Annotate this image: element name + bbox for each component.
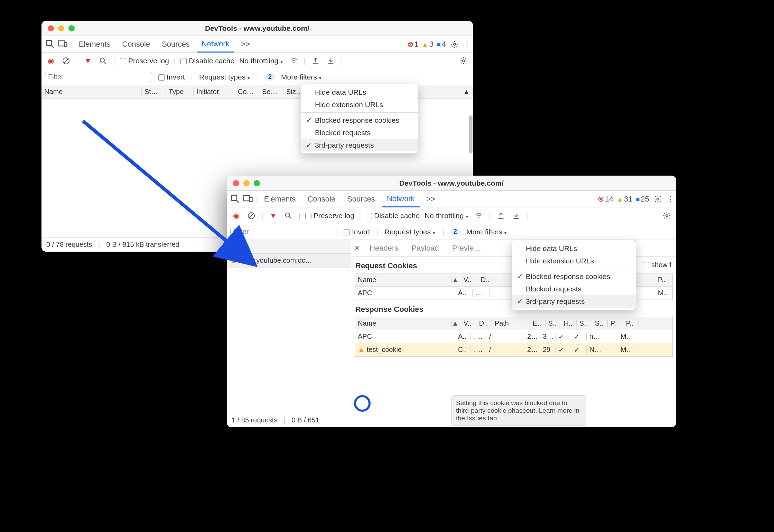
tab-sources[interactable]: Sources	[157, 36, 195, 52]
tab-network[interactable]: Network	[197, 36, 234, 53]
window-title: DevTools - www.youtube.com/	[399, 179, 504, 187]
upload-icon[interactable]	[310, 56, 321, 66]
col-s3[interactable]: S..	[592, 319, 608, 327]
maximize-icon[interactable]	[68, 25, 75, 31]
overflow-button[interactable]: >>	[236, 36, 255, 52]
col-name[interactable]: Name	[355, 276, 452, 284]
issue-badges: 14 31 25 ⋮	[598, 194, 673, 204]
upload-icon[interactable]	[496, 211, 506, 221]
tab-console[interactable]: Console	[302, 191, 340, 207]
menu-hide-data[interactable]: Hide data URLs	[301, 86, 418, 99]
menu-hide-data[interactable]: Hide data URLs	[512, 242, 636, 255]
invert-checkbox[interactable]: Invert	[344, 228, 370, 236]
filter-input[interactable]	[45, 72, 152, 82]
more-filters-dropdown[interactable]: More filters	[466, 228, 507, 236]
error-badge[interactable]: 14	[598, 195, 613, 204]
preserve-log-checkbox[interactable]: Preserve log	[305, 212, 354, 220]
inspect-icon[interactable]	[45, 39, 55, 49]
gear-icon[interactable]	[653, 194, 663, 204]
filter-bar: Invert | Request types | 2 More filters	[227, 224, 676, 240]
throttling-dropdown[interactable]: No throttling	[425, 212, 469, 220]
request-types-dropdown[interactable]: Request types	[384, 228, 436, 236]
download-icon[interactable]	[326, 56, 336, 66]
col-p2[interactable]: P..	[623, 319, 639, 327]
invert-checkbox[interactable]: Invert	[158, 73, 185, 81]
kebab-icon[interactable]: ⋮	[463, 40, 469, 49]
error-badge[interactable]: 1	[407, 40, 419, 49]
col-s2[interactable]: S..	[577, 319, 592, 327]
col-d[interactable]: D..	[478, 276, 495, 284]
clear-icon[interactable]	[61, 56, 71, 66]
minimize-icon[interactable]	[58, 25, 64, 31]
col-name[interactable]: Name	[355, 319, 452, 327]
preserve-log-checkbox[interactable]: Preserve log	[120, 57, 169, 65]
svg-point-10	[657, 198, 659, 200]
menu-separator	[512, 269, 636, 269]
disable-cache-checkbox[interactable]: Disable cache	[180, 57, 234, 65]
col-v[interactable]: V..	[461, 319, 476, 327]
request-cookies-title: Request Cookies	[351, 256, 421, 273]
menu-blocked-resp[interactable]: Blocked response cookies	[512, 270, 636, 283]
col-type[interactable]: Type	[166, 88, 194, 96]
info-badge[interactable]: 4	[437, 40, 446, 49]
gear-icon[interactable]	[449, 39, 460, 49]
gear-icon[interactable]	[662, 211, 672, 221]
tab-elements[interactable]: Elements	[74, 36, 115, 52]
col-d[interactable]: D..	[476, 319, 492, 327]
menu-blocked-req[interactable]: Blocked requests	[301, 127, 418, 139]
tab-console[interactable]: Console	[117, 36, 155, 52]
download-icon[interactable]	[511, 211, 521, 221]
more-filters-dropdown[interactable]: More filters	[281, 73, 322, 81]
filter-icon[interactable]: ▼	[83, 56, 93, 66]
col-p[interactable]: P..	[655, 276, 672, 284]
transfer-size: 0 B / 651	[292, 416, 319, 424]
network-conditions-icon[interactable]	[474, 211, 484, 221]
annotation-arrow-icon	[76, 114, 270, 277]
col-name[interactable]: Name	[41, 88, 142, 96]
filter-count-badge: 2	[265, 73, 275, 81]
col-e[interactable]: E..	[530, 319, 545, 327]
col-h[interactable]: H..	[561, 319, 577, 327]
kebab-icon[interactable]: ⋮	[666, 195, 673, 204]
search-icon[interactable]	[98, 56, 108, 66]
table-row[interactable]: APC A.. …. / 2… 3… ✓ ✓ n… M..	[355, 330, 672, 343]
scrollbar[interactable]	[469, 115, 473, 153]
device-toggle-icon[interactable]	[57, 39, 68, 49]
menu-third-party[interactable]: 3rd-party requests	[301, 139, 418, 151]
menu-third-party[interactable]: 3rd-party requests	[512, 295, 636, 308]
col-initiator[interactable]: Initiator	[194, 88, 235, 96]
svg-line-14	[83, 121, 252, 263]
col-p[interactable]: P..	[608, 319, 623, 327]
col-se[interactable]: Se…	[259, 88, 283, 96]
disable-cache-checkbox[interactable]: Disable cache	[366, 212, 420, 220]
close-icon[interactable]	[48, 25, 54, 31]
warn-badge[interactable]: 3	[422, 40, 433, 49]
warn-badge[interactable]: 31	[617, 195, 632, 204]
menu-blocked-resp[interactable]: Blocked response cookies	[301, 114, 418, 127]
col-path[interactable]: Path	[492, 319, 530, 327]
overflow-button[interactable]: >>	[422, 191, 440, 207]
throttling-dropdown[interactable]: No throttling	[239, 57, 283, 65]
close-detail-icon[interactable]: ×	[355, 243, 360, 253]
col-v[interactable]: V..	[461, 276, 478, 284]
network-conditions-icon[interactable]	[289, 56, 299, 66]
tab-payload[interactable]: Payload	[408, 244, 442, 253]
info-badge[interactable]: 25	[636, 195, 649, 204]
menu-hide-ext[interactable]: Hide extension URLs	[512, 255, 636, 267]
search-icon[interactable]	[283, 211, 293, 221]
record-icon[interactable]: ◉	[46, 56, 56, 66]
menu-blocked-req[interactable]: Blocked requests	[512, 283, 636, 295]
request-types-dropdown[interactable]: Request types	[199, 73, 251, 81]
svg-rect-0	[46, 40, 52, 45]
col-status[interactable]: St…	[142, 88, 166, 96]
table-row-blocked[interactable]: ▲ test_cookie C.. …. / 2… 29 ✓ ✓ N… M..	[355, 343, 672, 356]
tab-sources[interactable]: Sources	[342, 191, 380, 207]
tab-network[interactable]: Network	[382, 191, 420, 207]
col-co[interactable]: Co…	[235, 88, 259, 96]
menu-hide-ext[interactable]: Hide extension URLs	[301, 99, 418, 111]
show-filtered-checkbox[interactable]: show f	[643, 261, 671, 269]
tab-preview[interactable]: Previe…	[449, 244, 485, 253]
col-s[interactable]: S..	[545, 319, 561, 327]
gear-icon[interactable]	[458, 56, 469, 66]
tab-headers[interactable]: Headers	[366, 244, 402, 253]
